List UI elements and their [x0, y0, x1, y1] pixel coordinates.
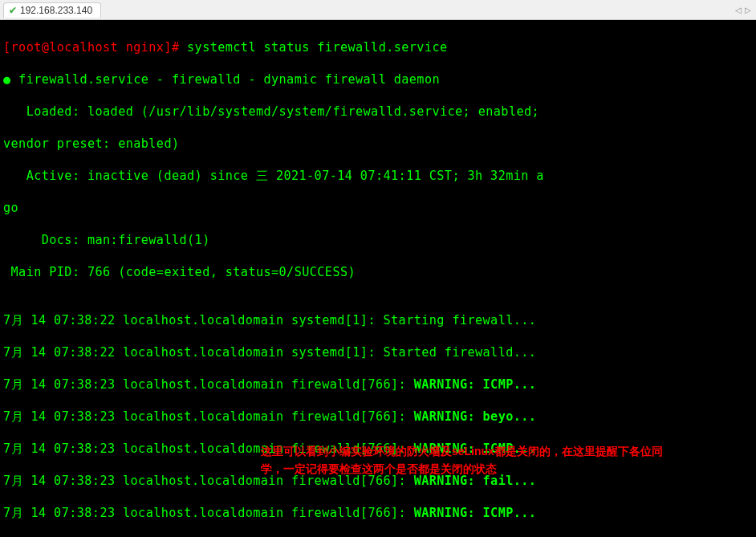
unit-line: ● firewalld.service - firewalld - dynami…: [3, 71, 754, 87]
prompt: [root@localhost nginx]: [3, 40, 172, 55]
prompt-symbol: #: [172, 40, 180, 55]
mainpid-line: Main PID: 766 (code=exited, status=0/SUC…: [3, 264, 754, 280]
active-line: Active: inactive (dead) since 三 2021-07-…: [3, 168, 754, 184]
vendor-line: vendor preset: enabled): [3, 136, 754, 152]
check-icon: ✔: [9, 5, 17, 16]
scroll-right-icon[interactable]: ▷: [745, 6, 751, 14]
log-line: 7月 14 07:38:23 localhost.localdomain fir…: [3, 376, 754, 393]
terminal-output[interactable]: [root@localhost nginx]# systemctl status…: [0, 20, 756, 537]
note-line-1: 这里可以看到小编实验环境的防火墙及seLinux都是关闭的，在这里提醒下各位同: [261, 442, 710, 460]
tab-bar: ✔ 192.168.233.140 ◁ ▷: [0, 0, 756, 20]
active-line-2: go: [3, 200, 754, 216]
docs-line: Docs: man:firewalld(1): [3, 232, 754, 248]
tab-label: 192.168.233.140: [20, 5, 92, 16]
log-line: 7月 14 07:38:23 localhost.localdomain fir…: [3, 409, 754, 425]
log-line: 7月 14 07:38:23 localhost.localdomain fir…: [3, 505, 754, 521]
note-line-2: 学，一定记得要检查这两个是否都是关闭的状态: [261, 460, 710, 478]
log-line: 7月 14 07:38:22 localhost.localdomain sys…: [3, 344, 754, 360]
command-1: systemctl status firewalld.service: [187, 40, 447, 55]
scroll-left-icon[interactable]: ◁: [735, 6, 742, 14]
log-line: 7月 14 07:38:22 localhost.localdomain sys…: [3, 312, 754, 328]
annotation-note: 这里可以看到小编实验环境的防火墙及seLinux都是关闭的，在这里提醒下各位同 …: [261, 442, 710, 478]
tab-scroll-controls: ◁ ▷: [735, 6, 756, 14]
loaded-line: Loaded: loaded (/usr/lib/systemd/system/…: [3, 104, 754, 120]
session-tab[interactable]: ✔ 192.168.233.140: [3, 2, 101, 18]
